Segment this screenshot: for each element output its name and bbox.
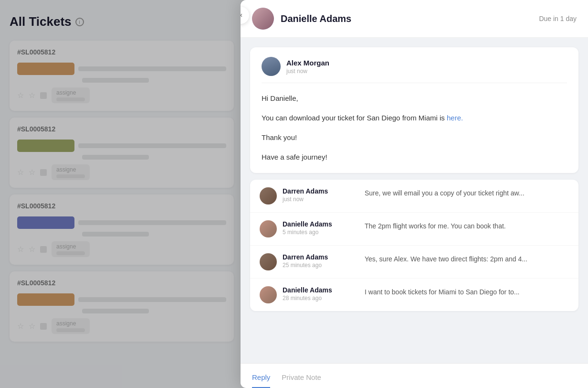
contact-name: Danielle Adams [281,13,532,24]
modal-header: Danielle Adams Due in 1 day [241,0,588,38]
thread-list: Darren Adams just now Sure, we will emai… [250,180,578,311]
thread-sender-info: Darren Adams just now [283,187,359,203]
due-date: Due in 1 day [539,15,577,22]
footer-tabs: Reply Private Note [252,364,577,388]
darren-avatar [260,187,277,205]
darren-avatar [260,253,277,270]
thread-timestamp: 28 minutes ago [283,295,359,302]
thread-sender-info: Darren Adams 25 minutes ago [283,253,359,269]
greeting-line: Hi Danielle, [262,92,567,105]
thread-preview: The 2pm flight works for me. You can boo… [365,220,506,231]
danielle-avatar-img [252,8,274,30]
thread-item[interactable]: Darren Adams 25 minutes ago Yes, sure Al… [250,246,578,279]
modal-footer: Reply Private Note [241,363,588,388]
body-line1: You can download your ticket for San Die… [262,111,567,124]
thread-preview: Sure, we will email you a copy of your t… [365,187,525,198]
ticket-link[interactable]: here. [447,114,463,122]
modal-body: Alex Morgan just now Hi Danielle, You ca… [241,38,588,363]
thread-timestamp: 25 minutes ago [283,262,359,269]
thread-preview: Yes, sure Alex. We have two direct fligh… [365,253,527,264]
ticket-detail-modal: × Danielle Adams Due in 1 day Alex Morga… [241,0,588,388]
footer-tab-reply[interactable]: Reply [252,366,270,388]
danielle-avatar [260,220,277,237]
message-sender-info: Alex Morgan just now [286,59,329,75]
message-header: Alex Morgan just now [262,57,567,83]
thread-item[interactable]: Danielle Adams 5 minutes ago The 2pm fli… [250,213,578,246]
thread-sender-info: Danielle Adams 5 minutes ago [283,220,359,236]
thread-sender-info: Danielle Adams 28 minutes ago [283,286,359,302]
thread-sender-name: Danielle Adams [283,220,359,228]
body-line3: Have a safe journey! [262,151,567,163]
alex-avatar [262,57,281,76]
thread-sender-name: Darren Adams [283,253,359,261]
message-timestamp: just now [286,68,329,75]
avatar [252,8,274,30]
thread-sender-name: Darren Adams [283,187,359,195]
thread-timestamp: 5 minutes ago [283,229,359,236]
thread-timestamp: just now [283,196,359,203]
main-message-card: Alex Morgan just now Hi Danielle, You ca… [250,47,578,173]
sender-name: Alex Morgan [286,59,329,67]
thread-preview: I want to book tickets for Miami to San … [365,286,519,297]
thread-sender-name: Danielle Adams [283,286,359,294]
body-line2: Thank you! [262,131,567,144]
danielle-avatar [260,286,277,303]
thread-item[interactable]: Danielle Adams 28 minutes ago I want to … [250,279,578,311]
message-body: Hi Danielle, You can download your ticke… [262,92,567,163]
thread-item[interactable]: Darren Adams just now Sure, we will emai… [250,180,578,213]
footer-tab-private-note[interactable]: Private Note [282,366,321,388]
